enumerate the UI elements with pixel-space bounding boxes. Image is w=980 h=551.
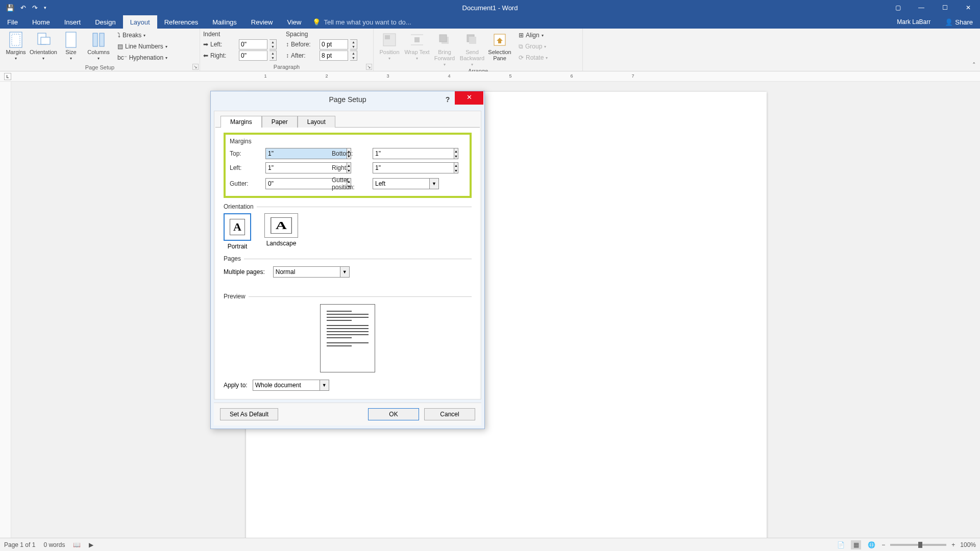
group-objects-button[interactable]: ⧉Group ▾ <box>517 41 550 52</box>
selection-pane-button[interactable]: Selection Pane <box>487 30 512 61</box>
breaks-label: Breaks <box>122 32 141 39</box>
minimize-icon[interactable]: — <box>910 0 933 15</box>
tab-selector[interactable]: L <box>4 73 11 80</box>
apply-to-value[interactable]: Whole document <box>253 380 320 391</box>
landscape-icon: A <box>271 217 292 234</box>
zoom-in-button[interactable]: + <box>951 541 955 548</box>
dialog-titlebar[interactable]: Page Setup ? ✕ <box>211 91 484 108</box>
ribbon: Margins▾ Orientation▾ Size▾ Columns▾ ⤵Br… <box>0 29 980 71</box>
orientation-portrait[interactable]: A Portrait <box>224 213 251 250</box>
tab-review[interactable]: Review <box>244 15 280 29</box>
read-mode-icon[interactable]: 📄 <box>836 540 846 549</box>
line-numbers-button[interactable]: ▤Line Numbers ▾ <box>115 41 169 52</box>
macro-icon[interactable]: ▶ <box>89 541 93 548</box>
align-button[interactable]: ⊞Align ▾ <box>517 30 550 41</box>
margin-right-input[interactable] <box>373 162 454 173</box>
wrap-text-icon <box>409 32 425 48</box>
tab-design[interactable]: Design <box>88 15 122 29</box>
paragraph-launcher[interactable]: ↘ <box>366 64 372 70</box>
indent-right-input[interactable] <box>239 51 267 61</box>
ruler-mark: 7 <box>602 73 664 79</box>
margin-right-spinner[interactable]: ▲▼ <box>454 162 458 173</box>
zoom-out-button[interactable]: − <box>881 541 885 548</box>
close-icon[interactable]: ✕ <box>957 0 980 15</box>
share-button[interactable]: 👤 Share <box>938 15 980 29</box>
tab-references[interactable]: References <box>157 15 205 29</box>
margins-button[interactable]: Margins▾ <box>3 30 29 61</box>
tab-insert[interactable]: Insert <box>57 15 88 29</box>
indent-right-spinner[interactable]: ▲▼ <box>270 51 277 61</box>
title-bar: 💾 ↶ ↷ ▾ Document1 - Word ▢ — ☐ ✕ <box>0 0 980 15</box>
tab-mailings[interactable]: Mailings <box>205 15 244 29</box>
undo-icon[interactable]: ↶ <box>20 4 26 12</box>
columns-button[interactable]: Columns▾ <box>86 30 111 61</box>
landscape-label: Landscape <box>266 240 297 247</box>
cancel-button[interactable]: Cancel <box>424 408 475 420</box>
status-words[interactable]: 0 words <box>43 541 65 548</box>
indent-left-input[interactable] <box>239 39 267 49</box>
spacing-before-label: Before: <box>291 41 317 48</box>
tell-me-placeholder: Tell me what you want to do... <box>324 18 411 26</box>
web-layout-icon[interactable]: 🌐 <box>866 540 876 549</box>
tab-file[interactable]: File <box>0 15 25 29</box>
margin-right-label: Right: <box>332 164 373 171</box>
set-default-button[interactable]: Set As Default <box>220 408 278 420</box>
wrap-text-button[interactable]: Wrap Text▾ <box>404 30 430 61</box>
bring-forward-button[interactable]: Bring Forward▾ <box>432 30 457 67</box>
indent-left-spinner[interactable]: ▲▼ <box>270 39 277 49</box>
columns-label: Columns <box>87 49 109 55</box>
orientation-button[interactable]: Orientation▾ <box>31 30 56 61</box>
print-layout-icon[interactable]: ▦ <box>851 540 861 549</box>
dialog-close-button[interactable]: ✕ <box>455 91 483 105</box>
multiple-pages-dropdown[interactable]: ▼ <box>340 266 350 278</box>
position-icon <box>381 32 398 48</box>
user-name[interactable]: Mark LaBarr <box>890 15 938 29</box>
group-paragraph: Indent ➡Left:▲▼ ⬅Right:▲▼ Spacing ↕Befor… <box>200 29 374 71</box>
svg-rect-13 <box>439 35 447 42</box>
spacing-after-spinner[interactable]: ▲▼ <box>350 51 357 61</box>
redo-icon[interactable]: ↷ <box>32 4 38 12</box>
tab-layout[interactable]: Layout <box>123 15 157 29</box>
multiple-pages-value[interactable]: Normal <box>273 266 340 278</box>
collapse-ribbon-icon[interactable]: ˄ <box>972 61 976 69</box>
dialog-tab-layout[interactable]: Layout <box>298 116 335 128</box>
zoom-level[interactable]: 100% <box>960 541 976 548</box>
gutter-position-dropdown[interactable]: ▼ <box>430 178 439 189</box>
spacing-after-input[interactable] <box>320 51 348 61</box>
size-button[interactable]: Size▾ <box>58 30 84 61</box>
dialog-help-button[interactable]: ? <box>442 93 454 106</box>
status-page[interactable]: Page 1 of 1 <box>4 541 35 548</box>
group-objects-label: Group <box>525 43 542 50</box>
zoom-slider[interactable] <box>890 544 946 546</box>
margin-bottom-spinner[interactable]: ▲▼ <box>454 148 458 159</box>
spellcheck-icon[interactable]: 📖 <box>73 541 81 548</box>
margin-bottom-input[interactable] <box>373 148 454 159</box>
apply-to-dropdown[interactable]: ▼ <box>320 380 329 391</box>
spacing-before-input[interactable] <box>320 39 348 49</box>
tell-me-search[interactable]: 💡 Tell me what you want to do... <box>308 15 890 29</box>
gutter-position-value[interactable]: Left <box>373 178 430 189</box>
orientation-landscape[interactable]: A Landscape <box>264 213 298 250</box>
spacing-before-spinner[interactable]: ▲▼ <box>350 39 357 49</box>
vertical-ruler[interactable] <box>0 82 11 538</box>
qat-customize-icon[interactable]: ▾ <box>44 5 46 10</box>
tab-home[interactable]: Home <box>25 15 57 29</box>
horizontal-ruler[interactable]: L 1 2 3 4 5 6 7 <box>0 71 980 82</box>
rotate-button[interactable]: ⟳Rotate ▾ <box>517 52 550 63</box>
position-label: Position <box>379 49 399 55</box>
dialog-tab-paper[interactable]: Paper <box>262 116 298 128</box>
save-icon[interactable]: 💾 <box>6 4 14 12</box>
dialog-tab-margins[interactable]: Margins <box>220 116 262 128</box>
share-label: Share <box>955 18 973 26</box>
maximize-icon[interactable]: ☐ <box>933 0 957 15</box>
hyphenation-button[interactable]: bc⁻Hyphenation ▾ <box>115 52 169 63</box>
ribbon-display-icon[interactable]: ▢ <box>886 0 910 15</box>
position-button[interactable]: Position▾ <box>377 30 402 61</box>
document-area[interactable]: Page Setup ? ✕ Margins Paper Layout Marg… <box>11 82 980 538</box>
ok-button[interactable]: OK <box>368 408 419 420</box>
breaks-button[interactable]: ⤵Breaks ▾ <box>115 30 169 41</box>
indent-right-label: Right: <box>210 52 237 59</box>
send-backward-button[interactable]: Send Backward▾ <box>459 30 485 67</box>
tab-view[interactable]: View <box>280 15 308 29</box>
page-setup-launcher[interactable]: ↘ <box>192 64 199 70</box>
